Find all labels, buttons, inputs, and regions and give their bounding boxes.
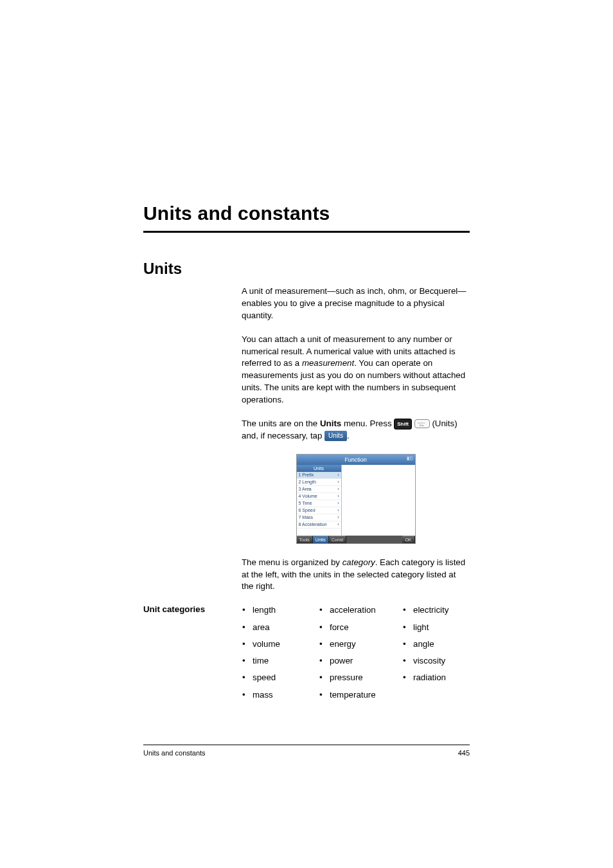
chapter-rule bbox=[143, 231, 470, 233]
shift-key-icon: Shift bbox=[394, 419, 412, 429]
units-key-icon: x,t,θ,nUnits bbox=[414, 419, 430, 428]
shot-menu-item: 1 Prefix› bbox=[297, 472, 341, 479]
shot-menu-item: 3 Area› bbox=[297, 486, 341, 493]
p4-a: The menu is organized by bbox=[242, 557, 342, 567]
list-item: pressure bbox=[315, 672, 399, 683]
p3-a: The units are on the bbox=[242, 419, 320, 428]
svg-text:Units: Units bbox=[420, 424, 424, 427]
shot-tab-ok: OK bbox=[402, 536, 414, 543]
shot-title-text: Function bbox=[344, 457, 367, 463]
list-item: angle bbox=[399, 638, 470, 649]
p3-end: . bbox=[347, 431, 350, 440]
list-item: radiation bbox=[399, 672, 470, 683]
list-item: energy bbox=[315, 638, 399, 649]
chapter-title: Units and constants bbox=[143, 203, 470, 224]
calculator-screenshot: Function ▮ ▯▯ Units 1 Prefix› 2 Length› … bbox=[296, 454, 416, 544]
paragraph-3: The units are on the Units menu. Press S… bbox=[242, 418, 470, 442]
shot-menu-header: Units bbox=[297, 465, 341, 472]
list-item: time bbox=[238, 655, 315, 666]
shot-menu-item: 5 Time› bbox=[297, 500, 341, 507]
section-title: Units bbox=[143, 260, 470, 278]
list-item: area bbox=[238, 622, 315, 633]
footer-page-number: 445 bbox=[458, 749, 470, 757]
shot-units-menu: Units 1 Prefix› 2 Length› 3 Area› 4 Volu… bbox=[297, 465, 342, 536]
page-footer: Units and constants 445 bbox=[143, 745, 470, 757]
list-item: power bbox=[315, 655, 399, 666]
category-col-1: length area volume time speed mass bbox=[238, 604, 315, 706]
shot-status-icons: ▮ ▯▯ bbox=[407, 456, 413, 461]
list-item: length bbox=[238, 604, 315, 615]
shot-tab-units: Units bbox=[313, 536, 329, 543]
shot-menu-item: 2 Length› bbox=[297, 479, 341, 486]
shot-softkeys: Tools Units Const OK bbox=[297, 536, 415, 543]
list-item: force bbox=[315, 622, 399, 633]
shot-tab-const: Const bbox=[329, 536, 346, 543]
shot-menu-item: 6 Speed› bbox=[297, 507, 341, 514]
paragraph-1: A unit of measurement—such as inch, ohm,… bbox=[242, 285, 470, 322]
list-item: temperature bbox=[315, 689, 399, 700]
list-item: mass bbox=[238, 689, 315, 700]
shot-menu-item: 4 Volume› bbox=[297, 493, 341, 500]
list-item: acceleration bbox=[315, 604, 399, 615]
p2-em: measurement bbox=[302, 358, 354, 368]
category-col-2: acceleration force energy power pressure… bbox=[315, 604, 399, 706]
paragraph-4: The menu is organized by category. Each … bbox=[242, 557, 470, 593]
side-heading: Unit categories bbox=[143, 604, 238, 706]
list-item: volume bbox=[238, 638, 315, 649]
list-item: viscosity bbox=[399, 655, 470, 666]
paragraph-2: You can attach a unit of measurement to … bbox=[242, 334, 470, 406]
list-item: electricity bbox=[399, 604, 470, 615]
shot-menu-item: 7 Mass› bbox=[297, 514, 341, 521]
unit-categories-section: Unit categories length area volume time … bbox=[143, 604, 470, 706]
units-soft-button: Units bbox=[324, 431, 347, 441]
p4-em: category bbox=[342, 557, 375, 567]
category-col-3: electricity light angle viscosity radiat… bbox=[399, 604, 470, 706]
p3-b: menu. Press bbox=[341, 419, 394, 428]
shot-menu-item: 8 Acceleration› bbox=[297, 521, 341, 529]
p3-bold: Units bbox=[320, 419, 341, 428]
list-item: light bbox=[399, 622, 470, 633]
shot-tab-tools: Tools bbox=[297, 536, 313, 543]
list-item: speed bbox=[238, 672, 315, 683]
footer-left: Units and constants bbox=[143, 749, 206, 757]
shot-titlebar: Function ▮ ▯▯ bbox=[297, 455, 415, 465]
